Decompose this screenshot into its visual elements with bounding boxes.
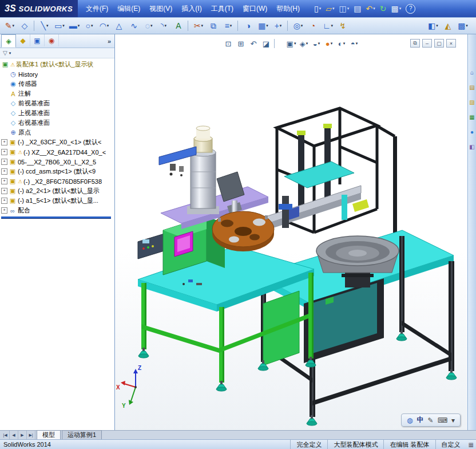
configurationmanager-tab[interactable]: ▣ [30, 34, 45, 46]
expander-icon[interactable]: + [1, 198, 7, 204]
rollback-bar[interactable] [1, 216, 111, 219]
resources-tab-icon[interactable]: ⌂ [470, 70, 474, 76]
tree-item-sensors[interactable]: + ◉ ⚠ 传感器 [0, 79, 114, 89]
tree-item-history[interactable]: + ◷ ⚠ History [0, 69, 114, 79]
save-button[interactable]: ◫▾ [338, 2, 351, 15]
ime-options-caret[interactable]: ▾ [451, 416, 455, 424]
view-settings-dropdown-button[interactable]: ▩▾ [455, 18, 470, 33]
menu-edit[interactable]: 编辑(E) [113, 2, 145, 15]
menu-tools[interactable]: 工具(T) [207, 2, 238, 15]
offset-entities-button[interactable]: ≡▾ [221, 18, 236, 33]
view-orientation-button[interactable]: ▣▾ [285, 38, 298, 49]
open-button[interactable]: ▱▾ [324, 2, 336, 15]
appearances-tab-icon[interactable]: ● [470, 129, 474, 135]
section-view-button[interactable]: ◪▾ [260, 38, 272, 49]
trim-entities-button[interactable]: ✂▾ [191, 18, 206, 33]
separator[interactable]: ▾ [272, 38, 285, 49]
ime-pen-icon[interactable]: ✎ [428, 416, 434, 424]
apply-scene-button[interactable]: ◐▾ [335, 38, 348, 49]
slot-tool-button[interactable]: ▬▾ [67, 18, 82, 33]
repair-sketch-button[interactable]: ◔▾ [306, 18, 320, 33]
dropdown-caret-icon[interactable]: ▾ [9, 51, 11, 56]
custom-properties-tab-icon[interactable]: ◧ [469, 144, 474, 150]
rapid-sketch-button[interactable]: ↯▾ [335, 18, 350, 33]
tree-item-top-plane[interactable]: + ◇ ⚠ 上视基准面 [0, 108, 114, 118]
tree-item-component-2[interactable]: + ▣ ⚠ (-) XZ__X2_6A217D44_X0_< [0, 147, 114, 157]
filter-icon[interactable]: ▽ [3, 50, 7, 56]
graphics-viewport[interactable]: X Z Y ⊡▾ ⊞▾ ↶▾ ◪▾ ▾ ▣▾ ◈▾ ◒▾ [115, 34, 467, 430]
fillet-tool-button[interactable]: ◝▾ [156, 18, 171, 33]
display-relations-button[interactable]: ◎▾ [291, 18, 306, 33]
tree-item-component-3[interactable]: + ▣ ⚠ 05-__X2_7B06_X0_L_X2_5 [0, 157, 114, 167]
tree-item-component-4[interactable]: + ▣ ⚠ (-) ccd_asm.stp<1> (默认<9 [0, 167, 114, 176]
motion-study-tab[interactable]: 运动算例1 [62, 430, 102, 439]
edit-appearance-button[interactable]: ●▾ [323, 38, 335, 49]
linear-pattern-button[interactable]: ▦▾ [256, 18, 271, 33]
maximize-window-button[interactable]: ▢ [434, 39, 444, 48]
scroll-first-button[interactable]: |◀ [1, 431, 10, 439]
view-palette-tab-icon[interactable]: ▦ [469, 115, 474, 120]
minimize-window-button[interactable]: – [422, 39, 432, 48]
tree-root-assembly[interactable]: + ▣ ⚠ 装配体1 (默认<默认_显示状 [0, 60, 114, 69]
expander-icon[interactable]: + [1, 168, 7, 175]
menu-file[interactable]: 文件(F) [81, 2, 113, 15]
arc-tool-button[interactable]: ◠▾ [97, 18, 112, 33]
tree-item-origin[interactable]: + ⊕ ⚠ 原点 [0, 128, 114, 137]
tree-item-front-plane[interactable]: + ◇ ⚠ 前视基准面 [0, 99, 114, 108]
convert-entities-button[interactable]: ⧉▾ [206, 18, 221, 33]
new-button[interactable]: ▯▾ [312, 2, 323, 15]
expander-icon[interactable]: + [1, 188, 7, 194]
line-tool-button[interactable]: ╲▾ [37, 18, 52, 33]
menu-help[interactable]: 帮助(H) [272, 2, 304, 15]
tree-item-annotations[interactable]: + A ⚠ 注解 [0, 89, 114, 99]
instant3d-button[interactable]: ◭▾ [441, 18, 455, 33]
zoom-area-button[interactable]: ⊞▾ [235, 38, 247, 49]
scroll-next-button[interactable]: ▶ [18, 431, 27, 439]
tree-item-component-7[interactable]: + ▣ ⚠ (-) a1_5<1> (默认<默认_显... [0, 196, 114, 206]
tree-item-mates[interactable]: + ∞ ⚠ 配合 [0, 206, 114, 215]
ime-keyboard-icon[interactable]: ⌨ [438, 416, 447, 424]
menu-insert[interactable]: 插入(I) [177, 2, 206, 15]
separator[interactable]: ▾ [236, 19, 241, 32]
expander-icon[interactable]: + [1, 207, 7, 214]
menu-window[interactable]: 窗口(W) [238, 2, 272, 15]
spline-tool-button[interactable]: ∿▾ [126, 18, 141, 33]
separator[interactable]: ▾ [32, 19, 37, 32]
featuremanager-tab[interactable]: ◈ [1, 34, 16, 48]
zoom-fit-button[interactable]: ⊡▾ [222, 38, 235, 49]
file-explorer-tab-icon[interactable]: ▨ [469, 100, 474, 105]
tree-item-component-6[interactable]: + ▣ ⚠ (-) a2_2<1> (默认<默认_显示 [0, 186, 114, 196]
move-entities-button[interactable]: +▾ [271, 18, 285, 33]
expander-icon[interactable]: + [1, 159, 7, 165]
selection-filter-button[interactable]: ◧▾ [426, 18, 441, 33]
previous-view-button[interactable]: ↶▾ [247, 38, 260, 49]
display-style-button[interactable]: ◈▾ [298, 38, 310, 49]
ellipse-tool-button[interactable]: ◌▾ [141, 18, 156, 33]
undo-button[interactable]: ↶▾ [364, 2, 377, 15]
ime-language-indicator[interactable]: 中 [417, 415, 424, 425]
ime-icon[interactable]: ◍ [407, 416, 412, 424]
options-button[interactable]: ▩▾ [389, 2, 403, 15]
displaymanager-tab[interactable]: ◉ [45, 34, 59, 46]
expander-icon[interactable]: + [1, 149, 7, 155]
polygon-tool-button[interactable]: △▾ [112, 18, 126, 33]
menu-view[interactable]: 视图(V) [145, 2, 177, 15]
hide-show-items-button[interactable]: ◒▾ [310, 38, 323, 49]
propertymanager-tab[interactable]: ◆ [16, 34, 30, 46]
visualization-button[interactable]: ◓▾ [348, 38, 360, 49]
circle-tool-button[interactable]: ○▾ [82, 18, 97, 33]
expander-icon[interactable]: + [1, 139, 7, 145]
sketch-button[interactable]: ✎▾ [2, 18, 17, 33]
tree-item-component-1[interactable]: + ▣ ⚠ (-) _X2_63CF_X0_<1> (默认< [0, 137, 114, 147]
restore-window-button[interactable]: ⧉ [410, 39, 420, 48]
rebuild-button[interactable]: ↻▾ [378, 2, 388, 15]
tree-item-right-plane[interactable]: + ◇ ⚠ 右视基准面 [0, 118, 114, 128]
smart-dimension-button[interactable]: ◇▾ [17, 18, 32, 33]
close-window-button[interactable]: × [446, 39, 456, 48]
model-tab[interactable]: 模型 [37, 430, 61, 439]
design-library-tab-icon[interactable]: ▤ [469, 85, 474, 90]
expander-icon[interactable]: + [1, 178, 7, 184]
mirror-entities-button[interactable]: ◑▾ [241, 18, 256, 33]
scroll-last-button[interactable]: ▶| [27, 431, 35, 439]
scroll-prev-button[interactable]: ◀ [10, 431, 18, 439]
